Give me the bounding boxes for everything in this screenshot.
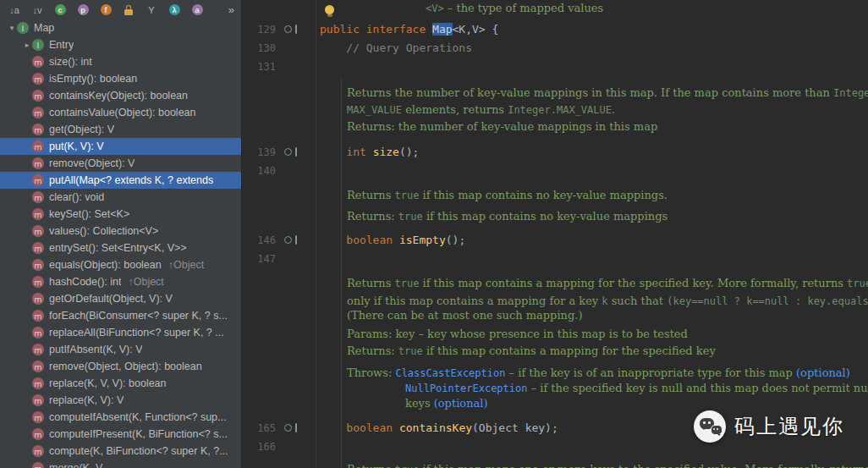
inherited-from-label: ↑Object xyxy=(128,276,163,288)
code-line[interactable]: int size(); xyxy=(320,145,419,160)
line-number[interactable]: 129 xyxy=(242,22,276,37)
javadoc-text: <V> xyxy=(426,3,444,14)
method-icon: m xyxy=(32,242,44,254)
tree-item[interactable]: msize(): int xyxy=(0,53,241,70)
tree-item-label: putAll(Map<? extends K, ? extends xyxy=(49,174,213,186)
tree-item[interactable]: mreplace(K, V): V xyxy=(0,392,241,409)
tree-item[interactable]: mmerge(K, V, ... xyxy=(0,460,241,468)
javadoc-text: keys xyxy=(405,397,434,410)
line-number[interactable]: 140 xyxy=(242,163,276,179)
doc-toggle-bar xyxy=(295,235,298,245)
javadoc-link[interactable]: (optional) xyxy=(434,397,488,410)
method-icon: m xyxy=(32,157,44,169)
javadoc-text: true xyxy=(847,278,868,289)
javadoc-text: Returns: xyxy=(347,344,398,357)
doc-toggle-circle xyxy=(284,25,292,33)
line-number[interactable]: 166 xyxy=(242,439,276,454)
tree-item[interactable]: mcomputeIfPresent(K, BiFunction<? s... xyxy=(0,426,241,443)
code-token xyxy=(320,146,346,158)
tree-item[interactable]: mreplaceAll(BiFunction<? super K, ? ... xyxy=(0,324,241,341)
code-token: isEmpty xyxy=(399,234,446,246)
javadoc-text: Returns xyxy=(347,189,394,201)
line-number[interactable]: 147 xyxy=(242,251,276,267)
tree-item[interactable]: ▾IMap xyxy=(0,19,241,36)
line-number[interactable]: 139 xyxy=(242,145,276,160)
tree-item[interactable]: mentrySet(): Set<Entry<K, V>> xyxy=(0,240,241,256)
tree-item[interactable]: mcomputeIfAbsent(K, Function<? sup... xyxy=(0,409,241,426)
tree-item[interactable]: mcontainsKey(Object): boolean xyxy=(0,87,241,104)
tree-item-label: putIfAbsent(K, V): V xyxy=(49,344,142,355)
javadoc-link[interactable]: NullPointerException xyxy=(405,383,528,394)
tree-item[interactable]: mcompute(K, BiFunction<? super K, ?... xyxy=(0,443,241,460)
tree-item[interactable]: mforEach(BiConsumer<? super K, ? s... xyxy=(0,307,241,324)
tree-item[interactable]: mget(Object): V xyxy=(0,121,241,138)
method-icon: m xyxy=(32,394,44,406)
line-number[interactable]: 130 xyxy=(242,41,276,56)
javadoc-text: Integer.MAX_VALUE xyxy=(508,104,612,116)
tree-item-label: Map xyxy=(34,22,54,34)
tree-item[interactable]: mclear(): void xyxy=(0,189,241,206)
gutter-separator xyxy=(316,0,316,468)
tree-item[interactable]: mcontainsValue(Object): boolean xyxy=(0,104,241,121)
code-token: (Object key); xyxy=(472,421,558,434)
tree-item[interactable]: mputIfAbsent(K, V): V xyxy=(0,341,241,358)
code-token: <K,V> { xyxy=(453,23,499,36)
javadoc-text: Returns the number of key-value mappings… xyxy=(347,86,833,99)
javadoc-text: Returns xyxy=(347,463,394,468)
code-line[interactable]: public interface Map<K,V> { xyxy=(320,22,498,37)
javadoc-line: (There can be at most one such mapping.) xyxy=(347,308,582,322)
line-number[interactable]: 146 xyxy=(242,233,276,248)
method-icon: m xyxy=(32,428,44,440)
bubble-dot xyxy=(703,421,706,424)
tree-item[interactable]: mkeySet(): Set<K> xyxy=(0,206,241,223)
doc-toggle-circle xyxy=(284,148,292,156)
inherited-from-label: ↑Object xyxy=(168,259,204,271)
chat-bubble-small xyxy=(711,425,722,435)
bulb-glass xyxy=(325,5,334,14)
watermark-text: 码上遇见你 xyxy=(734,413,844,440)
tree-item-label: size(): int xyxy=(49,56,92,68)
method-icon: m xyxy=(32,124,44,135)
tree-item[interactable]: mputAll(Map<? extends K, ? extends xyxy=(0,172,241,189)
tree-item[interactable]: mput(K, V): V xyxy=(0,138,241,155)
code-token: size xyxy=(373,146,399,158)
line-number[interactable]: 131 xyxy=(242,59,276,74)
bubble-dot xyxy=(708,421,711,424)
javadoc-text: MAX_VALUE xyxy=(347,104,402,116)
javadoc-text: elements, returns xyxy=(402,103,508,116)
code-token xyxy=(320,421,346,434)
code-line[interactable]: boolean containsKey(Object key); xyxy=(320,421,558,436)
chevron-down-icon[interactable]: ▾ xyxy=(7,24,17,32)
method-icon: m xyxy=(32,377,44,389)
code-token: int xyxy=(346,146,372,158)
tree-item[interactable]: mremove(Object): V xyxy=(0,155,241,172)
javadoc-text: true xyxy=(394,278,419,289)
javadoc-line: NullPointerException – if the specified … xyxy=(405,381,868,394)
tree-item[interactable]: misEmpty(): boolean xyxy=(0,70,241,87)
rendered-doc-toggle-icon[interactable] xyxy=(284,422,299,434)
javadoc-line: <V> – the type of mapped values xyxy=(426,1,603,14)
tree-item[interactable]: mequals(Object): boolean↑Object xyxy=(0,256,241,273)
tree-item[interactable]: ▸IEntry xyxy=(0,36,241,53)
line-number[interactable]: 165 xyxy=(242,421,276,436)
chevron-right-icon[interactable]: ▸ xyxy=(22,41,32,49)
rendered-doc-toggle-icon[interactable] xyxy=(284,234,299,246)
doc-toggle-bar xyxy=(295,423,298,432)
code-line[interactable]: // Query Operations xyxy=(320,41,472,56)
rendered-doc-toggle-icon[interactable] xyxy=(284,146,299,158)
intention-bulb-icon[interactable] xyxy=(325,5,335,19)
tree-item[interactable]: mvalues(): Collection<V> xyxy=(0,223,241,240)
tree-item[interactable]: mgetOrDefault(Object, V): V xyxy=(0,290,241,307)
javadoc-link[interactable]: (optional) xyxy=(796,366,850,379)
tree-item[interactable]: mreplace(K, V, V): boolean xyxy=(0,375,241,392)
code-token: boolean xyxy=(346,234,399,246)
method-icon: m xyxy=(32,344,44,355)
editor[interactable]: 129130131139140146147165166public interf… xyxy=(242,0,868,468)
javadoc-text: true xyxy=(394,190,419,201)
code-line[interactable]: boolean isEmpty(); xyxy=(320,233,465,248)
rendered-doc-toggle-icon[interactable] xyxy=(284,24,299,36)
tree-item[interactable]: mhashCode(): int↑Object xyxy=(0,273,241,290)
tree-item[interactable]: mremove(Object, Object): boolean xyxy=(0,358,241,375)
code-token: containsKey xyxy=(399,421,472,434)
javadoc-link[interactable]: ClassCastException xyxy=(395,367,505,379)
